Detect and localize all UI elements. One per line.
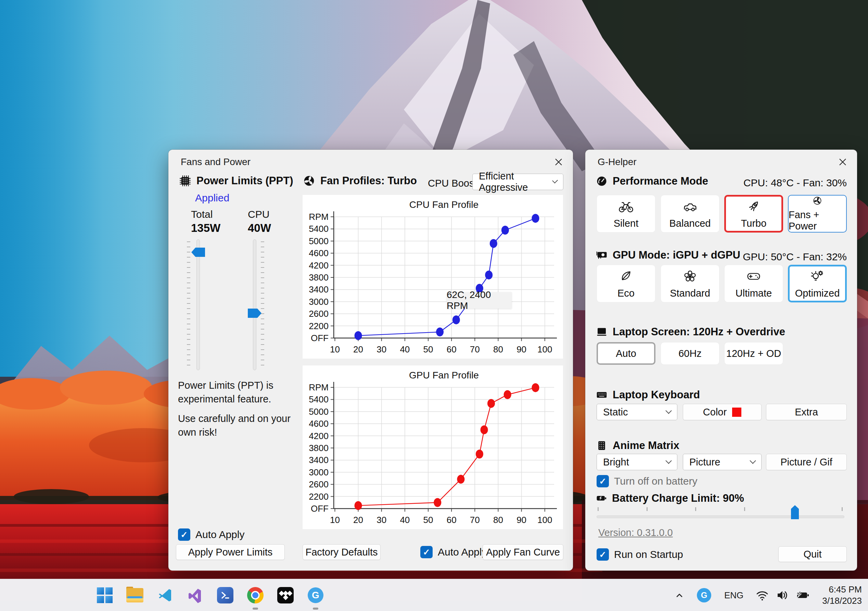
- tray-expand-button[interactable]: [667, 579, 691, 611]
- bulb-gear-icon: [809, 269, 825, 284]
- total-power-slider[interactable]: [197, 239, 200, 370]
- close-button[interactable]: [835, 154, 850, 169]
- tray-time: 6:45 PM: [822, 584, 862, 595]
- gauge-icon: [595, 175, 608, 187]
- keyboard-mode-select[interactable]: Static: [597, 404, 677, 420]
- keyboard-color-button[interactable]: Color: [683, 404, 761, 420]
- language-indicator[interactable]: ENG: [717, 579, 752, 611]
- total-power-slider-handle[interactable]: [191, 248, 205, 257]
- g-helper-app-button[interactable]: G: [305, 579, 326, 611]
- svg-text:5000: 5000: [309, 407, 329, 417]
- svg-text:30: 30: [377, 515, 386, 525]
- cpu-boost-select[interactable]: Efficient Aggressive: [472, 174, 563, 190]
- running-indicator: [253, 608, 258, 609]
- cpu-chip-icon: [179, 174, 192, 187]
- start-button[interactable]: [94, 579, 115, 611]
- svg-text:50: 50: [423, 344, 433, 354]
- svg-text:10: 10: [330, 344, 340, 354]
- screen-button-60hz[interactable]: 60Hz: [660, 342, 719, 365]
- cpu-fan-profile-chart[interactable]: CPU Fan ProfileOFF2200260030003400380042…: [302, 195, 563, 359]
- screen-button-120hz-od[interactable]: 120Hz + OD: [724, 342, 783, 365]
- gpu-button-optimized[interactable]: Optimized: [788, 265, 847, 302]
- svg-text:90: 90: [516, 515, 526, 525]
- quit-button[interactable]: Quit: [778, 546, 847, 562]
- screen-button-auto[interactable]: Auto: [597, 342, 656, 365]
- svg-text:5400: 5400: [309, 224, 329, 234]
- power-auto-apply-checkbox[interactable]: [178, 529, 190, 541]
- close-button[interactable]: [551, 154, 566, 169]
- laptop-screen-title: Laptop Screen: 120Hz + Overdrive: [613, 326, 785, 338]
- anime-brightness-select[interactable]: Bright: [597, 454, 677, 470]
- gpu-card-icon: [595, 249, 608, 261]
- svg-text:GPU Fan Profile: GPU Fan Profile: [409, 370, 479, 381]
- experimental-note: Power Limits (PPT) is experimental featu…: [178, 378, 291, 406]
- battery-charge-slider[interactable]: [597, 515, 845, 518]
- svg-text:60: 60: [446, 344, 457, 354]
- mode-button-balanced[interactable]: Balanced: [660, 195, 719, 233]
- anime-content-select[interactable]: Picture: [683, 454, 761, 470]
- battery-charging-icon: [795, 588, 810, 602]
- gpu-mode-title: GPU Mode: iGPU + dGPU: [613, 249, 740, 261]
- version-link[interactable]: Version: 0.31.0.0: [598, 527, 673, 538]
- powershell-button[interactable]: [215, 579, 236, 611]
- svg-text:3400: 3400: [309, 284, 329, 295]
- svg-text:OFF: OFF: [311, 504, 329, 514]
- vscode-button[interactable]: [154, 579, 175, 611]
- apply-fan-curve-button[interactable]: Apply Fan Curve: [483, 544, 563, 560]
- battery-button[interactable]: [792, 579, 813, 611]
- clock[interactable]: 6:45 PM 3/18/2023: [822, 584, 862, 606]
- gpu-button-eco[interactable]: Eco: [597, 265, 656, 302]
- svg-text:4600: 4600: [309, 418, 329, 429]
- gpu-mode-header: GPU Mode: iGPU + dGPU: [595, 249, 740, 261]
- gpu-button-ultimate[interactable]: Ultimate: [724, 265, 783, 302]
- mode-button-fans-power[interactable]: Fans + Power: [788, 195, 847, 233]
- file-explorer-button[interactable]: [124, 579, 146, 611]
- fan-profiles-title: Fan Profiles: Turbo: [320, 175, 417, 187]
- gpu-fan-profile-chart[interactable]: GPU Fan ProfileOFF2200260030003400380042…: [302, 365, 563, 529]
- applied-status: Applied: [195, 192, 229, 204]
- windows-start-icon: [97, 588, 113, 603]
- visual-studio-button[interactable]: [184, 579, 206, 611]
- tidal-button[interactable]: [275, 579, 296, 611]
- cpu-power-slider[interactable]: [253, 239, 256, 370]
- svg-text:100: 100: [537, 344, 552, 354]
- svg-text:3800: 3800: [309, 272, 329, 283]
- chevron-down-icon: [665, 407, 671, 414]
- car-icon: [682, 199, 698, 215]
- leaf-icon: [618, 269, 634, 284]
- turn-off-on-battery-label: Turn off on battery: [614, 476, 697, 487]
- fan-icon: [809, 196, 825, 206]
- anime-matrix-header: Anime Matrix: [595, 439, 679, 452]
- mode-button-turbo[interactable]: Turbo: [724, 195, 783, 233]
- fans-and-power-window: Fans and Power Power Limits (PPT) Applie…: [168, 150, 573, 571]
- volume-button[interactable]: [772, 579, 792, 611]
- laptop-keyboard-header: Laptop Keyboard: [595, 389, 700, 401]
- matrix-icon: [595, 439, 608, 452]
- svg-text:3800: 3800: [309, 443, 329, 453]
- anime-picture-gif-button[interactable]: Picture / Gif: [766, 454, 847, 470]
- g-helper-tray-button[interactable]: G: [691, 579, 717, 611]
- chrome-button[interactable]: [245, 579, 266, 611]
- wifi-button[interactable]: [752, 579, 772, 611]
- turn-off-on-battery-checkbox[interactable]: [597, 475, 609, 487]
- tidal-icon: [277, 587, 294, 603]
- svg-text:3000: 3000: [309, 297, 329, 307]
- mode-button-silent[interactable]: Silent: [597, 195, 656, 233]
- run-on-startup-checkbox[interactable]: [597, 548, 609, 561]
- svg-text:90: 90: [516, 344, 526, 354]
- cpu-power-slider-handle[interactable]: [248, 309, 262, 318]
- svg-text:20: 20: [353, 344, 363, 354]
- apply-power-limits-button[interactable]: Apply Power Limits: [176, 544, 285, 560]
- desktop: Fans and Power Power Limits (PPT) Applie…: [0, 0, 868, 611]
- g-helper-icon: G: [308, 588, 324, 603]
- gpu-button-standard[interactable]: Standard: [660, 265, 719, 302]
- laptop-screen-header: Laptop Screen: 120Hz + Overdrive: [595, 326, 785, 338]
- keyboard-extra-button[interactable]: Extra: [766, 404, 847, 420]
- curve-auto-apply-checkbox[interactable]: [420, 546, 432, 558]
- chevron-down-icon: [750, 457, 756, 464]
- laptop-keyboard-title: Laptop Keyboard: [613, 389, 700, 401]
- svg-text:40: 40: [400, 515, 410, 525]
- factory-defaults-button[interactable]: Factory Defaults: [302, 544, 381, 560]
- bicycle-icon: [618, 199, 634, 215]
- window-title: G-Helper: [598, 157, 637, 168]
